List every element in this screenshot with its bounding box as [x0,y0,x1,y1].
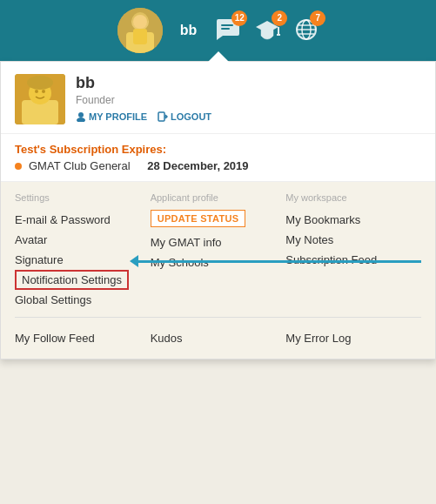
my-error-log-link[interactable]: My Error Log [285,328,421,348]
top-navigation-bar: bb 12 2 [0,0,436,61]
error-log-col: My Error Log [285,328,421,348]
menu-columns: Settings E-mail & Password Avatar Signat… [15,192,421,310]
svg-rect-7 [221,24,233,26]
user-avatar-small [15,74,65,124]
user-avatar-top[interactable] [117,8,163,53]
email-password-link[interactable]: E-mail & Password [15,210,151,230]
my-profile-link[interactable]: MY PROFILE [76,111,147,122]
notification-settings-link[interactable]: Notification Settings [15,270,129,290]
person-icon [76,111,86,122]
kudos-link[interactable]: Kudos [151,328,286,348]
logout-link[interactable]: LOGOUT [158,111,211,122]
workspace-column: My workspace My Bookmarks My Notes Subsc… [285,192,421,310]
menu-section: Settings E-mail & Password Avatar Signat… [1,182,435,359]
nav-icons-group: 12 2 7 [214,17,319,44]
svg-rect-8 [221,28,230,30]
follow-feed-col: My Follow Feed [15,328,151,348]
settings-col-header: Settings [15,192,151,203]
arrow-indicator-row [130,255,421,267]
graduation-icon-button[interactable]: 2 [254,17,280,44]
svg-point-23 [27,76,53,90]
user-links: MY PROFILE LOGOUT [76,111,211,122]
graduation-icon [254,17,280,42]
kudos-col: Kudos [151,328,286,348]
chat-icon-button[interactable]: 12 [214,17,240,44]
svg-point-22 [42,90,45,93]
menu-divider [15,317,421,318]
svg-point-25 [77,118,85,122]
applicant-profile-column: Applicant profile UPDATE STATUS My GMAT … [151,192,286,310]
avatar-link[interactable]: Avatar [15,230,151,250]
user-dropdown-panel: bb Founder MY PROFILE LOGOUT [0,61,436,360]
dropdown-arrow [208,51,229,62]
user-role: Founder [76,94,211,106]
logout-icon [158,111,168,122]
svg-point-5 [133,15,147,29]
my-notes-link[interactable]: My Notes [285,230,421,250]
user-details: bb Founder MY PROFILE LOGOUT [76,74,211,122]
subscription-title: Test's Subscription Expires: [15,143,421,156]
svg-rect-6 [133,29,147,44]
global-settings-link[interactable]: Global Settings [15,290,151,310]
username-label: bb [180,23,198,38]
bullet-icon [15,163,22,170]
bottom-menu-row: My Follow Feed Kudos My Error Log [15,325,421,348]
my-gmat-info-link[interactable]: My GMAT info [151,232,286,252]
notification-row: Notification Settings [15,270,151,290]
arrow-head-icon [130,255,138,267]
subscription-section: Test's Subscription Expires: GMAT Club G… [1,134,435,182]
globe-badge: 7 [310,10,325,26]
subscription-item: GMAT Club General 28 December, 2019 [15,159,421,172]
arrow-line [138,260,421,263]
user-info-section: bb Founder MY PROFILE LOGOUT [1,62,435,134]
applicant-col-header: Applicant profile [151,192,286,203]
update-status-button[interactable]: UPDATE STATUS [151,210,246,227]
chat-badge: 12 [231,10,247,26]
svg-rect-26 [158,112,164,121]
svg-point-21 [35,90,38,93]
user-name: bb [76,74,211,92]
svg-point-24 [78,112,84,118]
my-bookmarks-link[interactable]: My Bookmarks [285,210,421,230]
settings-column: Settings E-mail & Password Avatar Signat… [15,192,151,310]
subscription-date: 28 December, 2019 [147,159,248,172]
my-follow-feed-link[interactable]: My Follow Feed [15,328,151,348]
subscription-club: GMAT Club General [29,159,131,172]
workspace-col-header: My workspace [285,192,421,203]
globe-icon-button[interactable]: 7 [294,17,319,44]
